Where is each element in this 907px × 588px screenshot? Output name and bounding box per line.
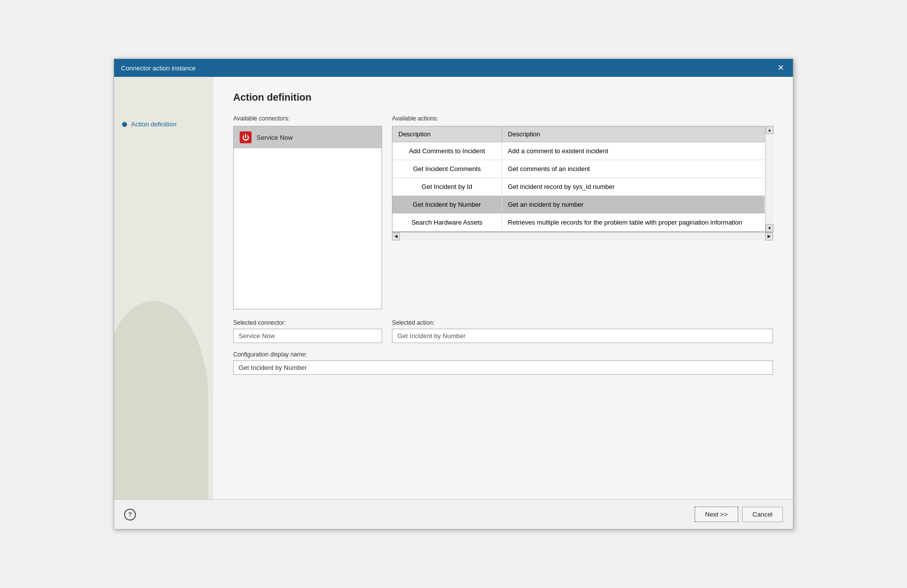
available-connectors-label: Available connectors:	[233, 115, 382, 122]
hscroll-left-button[interactable]: ◀	[392, 233, 400, 240]
table-row-selected[interactable]: Get Incident by Number Get an incident b…	[392, 196, 765, 214]
actions-table: Description Description Add Comments to …	[392, 126, 765, 232]
connector-name: Service Now	[257, 134, 293, 141]
actions-column: Available actions: Description Descripti…	[392, 115, 773, 309]
selected-connector-input[interactable]	[233, 329, 382, 343]
scroll-track	[766, 134, 773, 224]
action-desc: Retrieves multiple records for the probl…	[502, 214, 765, 232]
action-name: Get Incident by Number	[392, 196, 502, 214]
connector-action-dialog: Connector action instance ✕ Action defin…	[114, 59, 793, 529]
selected-connector-group: Selected connector:	[233, 319, 382, 343]
sidebar-dot	[122, 122, 127, 127]
table-row[interactable]: Get Incident Comments Get comments of an…	[392, 160, 765, 178]
table-row[interactable]: Search Hardware Assets Retrieves multipl…	[392, 214, 765, 232]
actions-table-container: Description Description Add Comments to …	[392, 126, 773, 240]
action-name: Search Hardware Assets	[392, 214, 502, 232]
title-bar: Connector action instance ✕	[114, 59, 793, 77]
horizontal-scrollbar[interactable]: ◀ ▶	[392, 232, 773, 240]
action-name: Get Incident by Id	[392, 178, 502, 196]
hscroll-right-button[interactable]: ▶	[765, 233, 773, 240]
selected-action-group: Selected action:	[392, 319, 773, 343]
config-display-name-input[interactable]	[233, 360, 773, 375]
connector-item-servicenow[interactable]: ⏻ Service Now	[234, 126, 382, 148]
selected-action-input[interactable]	[392, 329, 773, 343]
hscroll-track	[400, 233, 765, 240]
table-header-row: Description Description	[392, 126, 765, 142]
help-button[interactable]: ?	[124, 509, 136, 521]
scroll-up-button[interactable]: ▲	[766, 126, 774, 134]
action-desc: Add a comment to existent incident	[502, 142, 765, 160]
col-header-description1: Description	[392, 126, 502, 142]
action-name: Get Incident Comments	[392, 160, 502, 178]
next-button[interactable]: Next >>	[695, 507, 738, 522]
page-title: Action definition	[233, 92, 773, 103]
action-name: Add Comments to Incident	[392, 142, 502, 160]
dialog-body: Action definition Action definition Avai…	[114, 77, 793, 499]
sidebar: Action definition	[114, 77, 213, 499]
vertical-scrollbar[interactable]: ▲ ▼	[765, 126, 773, 232]
footer-left: ?	[124, 509, 136, 521]
connectors-list: ⏻ Service Now	[233, 126, 382, 309]
col-header-description2: Description	[502, 126, 765, 142]
sidebar-item-label: Action definition	[131, 120, 177, 128]
footer-right: Next >> Cancel	[695, 507, 783, 522]
config-display-name-label: Configuration display name:	[233, 351, 773, 358]
available-actions-label: Available actions:	[392, 115, 773, 122]
connector-icon: ⏻	[240, 131, 252, 143]
config-display-name-section: Configuration display name:	[233, 351, 773, 375]
sidebar-decoration	[114, 301, 208, 499]
selected-action-label: Selected action:	[392, 319, 773, 326]
main-content: Action definition Available connectors: …	[213, 77, 793, 499]
power-icon: ⏻	[242, 134, 249, 141]
close-button[interactable]: ✕	[776, 63, 786, 73]
action-desc: Get comments of an incident	[502, 160, 765, 178]
two-column-section: Available connectors: ⏻ Service Now Avai…	[233, 115, 773, 309]
scroll-down-button[interactable]: ▼	[766, 224, 774, 232]
action-desc: Get incident record by sys_id number	[502, 178, 765, 196]
action-desc: Get an incident by number	[502, 196, 765, 214]
selected-values-row: Selected connector: Selected action:	[233, 319, 773, 343]
dialog-title: Connector action instance	[121, 64, 195, 72]
table-row[interactable]: Add Comments to Incident Add a comment t…	[392, 142, 765, 160]
selected-connector-label: Selected connector:	[233, 319, 382, 326]
dialog-footer: ? Next >> Cancel	[114, 499, 793, 529]
cancel-button[interactable]: Cancel	[742, 507, 783, 522]
connectors-column: Available connectors: ⏻ Service Now	[233, 115, 382, 309]
sidebar-item-action-definition[interactable]: Action definition	[114, 117, 213, 132]
table-row[interactable]: Get Incident by Id Get incident record b…	[392, 178, 765, 196]
actions-table-wrapper: Description Description Add Comments to …	[392, 126, 773, 232]
